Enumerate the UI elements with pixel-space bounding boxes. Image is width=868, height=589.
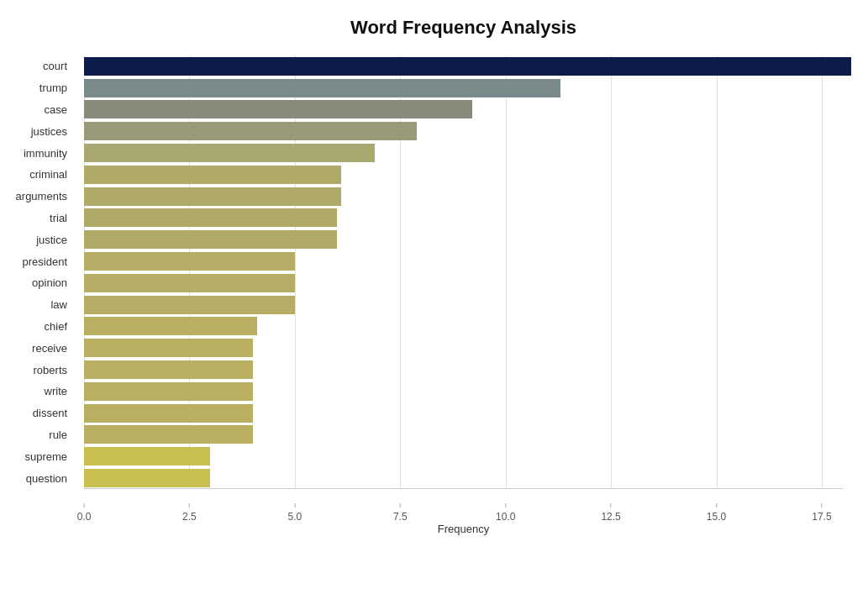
bar-outer xyxy=(84,144,843,162)
bar-label: immunity xyxy=(0,147,76,160)
bar-outer xyxy=(84,447,843,465)
bar-outer xyxy=(84,296,843,314)
bar-outer xyxy=(84,100,843,118)
bar-row: dissent xyxy=(84,402,843,424)
x-tick-text: 17.5 xyxy=(812,511,831,523)
bar-row: justice xyxy=(84,229,843,250)
x-tick-mark xyxy=(821,503,822,507)
bar-label: law xyxy=(0,298,76,311)
bar-fill xyxy=(84,144,375,162)
bar-label: criminal xyxy=(0,168,76,181)
bar-row: trump xyxy=(84,77,843,99)
bar-label: supreme xyxy=(0,450,76,463)
bar-label: arguments xyxy=(0,190,76,202)
bar-label: trial xyxy=(0,212,76,224)
bar-fill xyxy=(84,100,472,118)
bar-outer xyxy=(84,57,843,76)
x-tick-label: 12.5 xyxy=(601,503,620,523)
bar-row: president xyxy=(84,250,843,272)
bar-label: president xyxy=(0,255,76,268)
bar-fill xyxy=(84,425,253,444)
bar-fill xyxy=(84,166,341,184)
bar-label: write xyxy=(0,385,76,397)
bar-row: question xyxy=(84,467,843,489)
bar-row: justices xyxy=(84,120,843,142)
bar-outer xyxy=(84,382,843,401)
bar-fill xyxy=(84,274,295,292)
bar-row: case xyxy=(84,99,843,121)
bar-outer xyxy=(84,339,843,357)
bar-outer xyxy=(84,187,843,206)
bar-label: chief xyxy=(0,320,76,333)
bars-wrapper: courttrumpcasejusticesimmunitycriminalar… xyxy=(84,55,843,489)
bar-fill xyxy=(84,57,851,76)
bar-fill xyxy=(84,296,295,314)
x-tick-text: 12.5 xyxy=(601,511,620,523)
bar-row: trial xyxy=(84,208,843,229)
x-tick-mark xyxy=(189,503,190,507)
x-tick-text: 2.5 xyxy=(182,511,197,523)
bar-row: arguments xyxy=(84,186,843,208)
x-tick-label: 0.0 xyxy=(77,503,92,523)
bar-outer xyxy=(84,317,843,335)
x-tick-text: 0.0 xyxy=(77,511,92,523)
bar-label: justices xyxy=(0,125,76,138)
bar-label: court xyxy=(0,60,76,72)
bar-row: chief xyxy=(84,316,843,338)
x-tick-label: 17.5 xyxy=(812,503,831,523)
bar-label: justice xyxy=(0,234,76,246)
bar-row: opinion xyxy=(84,272,843,294)
bar-fill xyxy=(84,447,210,465)
x-tick-mark xyxy=(716,503,717,507)
bar-fill xyxy=(84,382,253,401)
x-ticks-container: 0.02.55.07.510.012.515.017.5 xyxy=(84,489,843,523)
x-tick-text: 7.5 xyxy=(393,511,408,523)
bar-label: case xyxy=(0,103,76,116)
x-tick-mark xyxy=(400,503,401,507)
bar-label: rule xyxy=(0,429,76,441)
bar-label: dissent xyxy=(0,407,76,419)
bar-outer xyxy=(84,208,843,227)
x-tick-label: 2.5 xyxy=(182,503,197,523)
x-axis-label: Frequency xyxy=(84,523,843,535)
bar-fill xyxy=(84,317,257,335)
x-tick-mark xyxy=(611,503,612,507)
bar-row: court xyxy=(84,55,843,77)
x-tick-label: 7.5 xyxy=(393,503,408,523)
bar-fill xyxy=(84,230,337,249)
bar-fill xyxy=(84,208,337,227)
bar-fill xyxy=(84,187,341,206)
bar-fill xyxy=(84,469,210,487)
bar-label: receive xyxy=(0,342,76,355)
bar-outer xyxy=(84,252,843,271)
bar-outer xyxy=(84,469,843,487)
bar-row: receive xyxy=(84,337,843,359)
bar-fill xyxy=(84,360,253,379)
bar-row: roberts xyxy=(84,359,843,381)
bar-fill xyxy=(84,122,417,140)
bar-row: rule xyxy=(84,424,843,446)
x-tick-mark xyxy=(84,503,85,507)
bar-label: question xyxy=(0,472,76,485)
chart-title: Word Frequency Analysis xyxy=(84,17,843,39)
chart-container: Word Frequency Analysis courttrumpcaseju… xyxy=(0,0,868,589)
x-tick-text: 10.0 xyxy=(496,511,515,523)
bar-outer xyxy=(84,166,843,184)
bar-fill xyxy=(84,252,295,271)
bar-row: supreme xyxy=(84,445,843,467)
x-tick-mark xyxy=(505,503,506,507)
x-tick-text: 5.0 xyxy=(287,511,302,523)
bar-outer xyxy=(84,230,843,249)
bar-outer xyxy=(84,425,843,444)
x-tick-text: 15.0 xyxy=(707,511,726,523)
x-tick-label: 15.0 xyxy=(707,503,726,523)
bar-label: trump xyxy=(0,82,76,94)
bar-fill xyxy=(84,339,253,357)
bar-fill xyxy=(84,79,560,97)
bar-label: roberts xyxy=(0,364,76,376)
x-tick-label: 5.0 xyxy=(287,503,302,523)
bar-outer xyxy=(84,122,843,140)
bar-outer xyxy=(84,404,843,423)
bar-outer xyxy=(84,274,843,292)
bar-outer xyxy=(84,360,843,379)
